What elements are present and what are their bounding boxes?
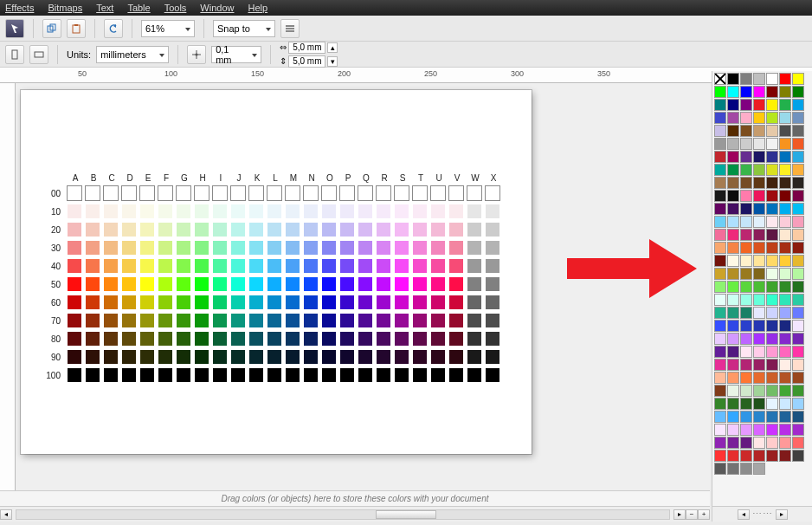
swatch[interactable] (248, 313, 264, 328)
palette-color[interactable] (753, 164, 765, 176)
swatch[interactable] (358, 240, 373, 256)
palette-color[interactable] (766, 281, 778, 293)
menu-window[interactable]: Window (200, 3, 234, 13)
swatch[interactable] (485, 295, 500, 310)
copy-icon[interactable] (42, 19, 61, 38)
swatch[interactable] (448, 367, 464, 383)
swatch[interactable] (358, 222, 373, 237)
swatch[interactable] (267, 349, 282, 365)
palette-color[interactable] (714, 229, 726, 241)
swatch[interactable] (394, 331, 409, 347)
palette-color[interactable] (792, 112, 804, 124)
swatch[interactable] (194, 313, 209, 328)
swatch[interactable] (285, 313, 300, 328)
palette-color[interactable] (753, 359, 765, 371)
swatch[interactable] (267, 222, 282, 237)
palette-color[interactable] (779, 86, 791, 98)
palette-color[interactable] (766, 216, 778, 228)
swatch[interactable] (194, 240, 209, 256)
palette-color[interactable] (792, 346, 804, 358)
palette-color[interactable] (727, 125, 739, 137)
palette-color[interactable] (779, 229, 791, 241)
palette-color[interactable] (727, 307, 739, 319)
palette-color[interactable] (779, 411, 791, 423)
palette-color[interactable] (792, 151, 804, 163)
palette-color[interactable] (714, 359, 726, 371)
palette-color[interactable] (740, 281, 752, 293)
swatch[interactable] (394, 313, 409, 328)
swatch[interactable] (85, 367, 100, 383)
palette-color[interactable] (766, 411, 778, 423)
swatch[interactable] (267, 204, 282, 219)
palette-color[interactable] (740, 203, 752, 215)
palette-color[interactable] (727, 190, 739, 202)
palette-color[interactable] (714, 177, 726, 189)
paste-icon[interactable] (67, 19, 86, 38)
palette-color[interactable] (766, 125, 778, 137)
swatch[interactable] (321, 204, 337, 219)
palette-color[interactable] (792, 437, 804, 449)
palette-color[interactable] (766, 190, 778, 202)
palette-color[interactable] (792, 73, 804, 85)
palette-color[interactable] (792, 203, 804, 215)
swatch[interactable] (121, 258, 137, 274)
swatch[interactable] (285, 276, 300, 292)
palette-color[interactable] (779, 164, 791, 176)
swatch[interactable] (121, 367, 137, 383)
swatch[interactable] (467, 276, 482, 292)
swatch[interactable] (376, 240, 391, 256)
swatch[interactable] (230, 367, 246, 383)
swatch[interactable] (176, 313, 191, 328)
swatch[interactable] (321, 331, 337, 347)
swatch[interactable] (467, 295, 482, 310)
swatch[interactable] (394, 258, 409, 274)
palette-color[interactable] (727, 138, 739, 150)
swatch[interactable] (176, 331, 191, 347)
swatch[interactable] (267, 185, 282, 201)
palette-color[interactable] (753, 112, 765, 124)
palette-color[interactable] (753, 463, 765, 475)
swatch[interactable] (321, 313, 337, 328)
palette-color[interactable] (753, 268, 765, 280)
swatch[interactable] (303, 349, 319, 365)
palette-color[interactable] (779, 385, 791, 397)
dup-y-value[interactable]: 5,0 mm (288, 55, 325, 68)
palette-color[interactable] (753, 216, 765, 228)
palette-color[interactable] (766, 255, 778, 267)
palette-color[interactable] (792, 86, 804, 98)
palette-color[interactable] (766, 99, 778, 111)
swatch[interactable] (285, 258, 300, 274)
swatch[interactable] (176, 258, 191, 274)
palette-color[interactable] (792, 450, 804, 462)
swatch[interactable] (321, 222, 337, 237)
palette-color[interactable] (727, 346, 739, 358)
palette-color[interactable] (766, 164, 778, 176)
palette-color[interactable] (753, 255, 765, 267)
palette-color[interactable] (740, 450, 752, 462)
snap-combo[interactable]: Snap to (213, 20, 275, 37)
palette-color[interactable] (714, 463, 726, 475)
palette-color[interactable] (740, 164, 752, 176)
palette-color[interactable] (779, 398, 791, 410)
swatch[interactable] (85, 276, 100, 292)
swatch[interactable] (194, 295, 209, 310)
swatch[interactable] (139, 313, 155, 328)
swatch[interactable] (467, 349, 482, 365)
scroll-left-icon[interactable]: ◂ (738, 509, 750, 520)
swatch[interactable] (285, 331, 300, 347)
horizontal-scrollbar[interactable]: ◂ ▸ − + (0, 506, 710, 522)
swatch[interactable] (67, 240, 82, 256)
palette-color[interactable] (779, 112, 791, 124)
swatch[interactable] (212, 204, 228, 219)
swatch[interactable] (467, 204, 482, 219)
palette-color[interactable] (727, 320, 739, 332)
scroll-track[interactable] (16, 509, 670, 520)
palette-color[interactable] (740, 112, 752, 124)
palette-color[interactable] (714, 281, 726, 293)
swatch[interactable] (103, 367, 119, 383)
palette-color[interactable] (792, 424, 804, 436)
palette-color[interactable] (714, 112, 726, 124)
swatch[interactable] (248, 331, 264, 347)
swatch[interactable] (448, 349, 464, 365)
palette-color[interactable] (766, 242, 778, 254)
